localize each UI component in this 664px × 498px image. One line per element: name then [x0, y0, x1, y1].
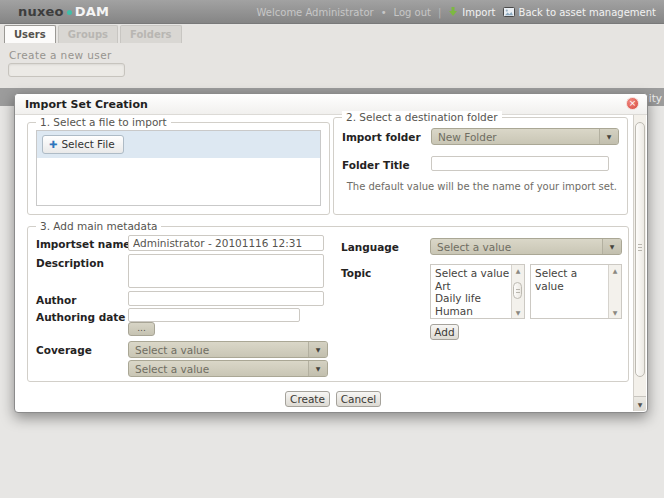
- create-button[interactable]: Create: [285, 391, 330, 407]
- topic-selected-listbox[interactable]: Select a value ▲ ▼: [530, 264, 622, 319]
- scroll-down-icon[interactable]: ▼: [609, 307, 621, 318]
- app-logo: nuxeoDAM: [18, 4, 109, 19]
- coverage-label: Coverage: [36, 344, 92, 356]
- description-label: Description: [36, 257, 104, 269]
- topic-selected-option[interactable]: Select a value: [535, 267, 608, 292]
- create-user-search-input[interactable]: [8, 63, 125, 77]
- topic-label: Topic: [341, 267, 371, 279]
- scroll-down-icon[interactable]: ▼: [634, 396, 646, 411]
- folder-title-label: Folder Title: [342, 159, 410, 171]
- tab-folders[interactable]: Folders: [120, 25, 182, 43]
- import-folder-dropdown[interactable]: New Folder ▼: [431, 128, 619, 145]
- topic-option[interactable]: Select a value: [435, 267, 511, 280]
- logo-brand: nuxeo: [18, 4, 64, 19]
- destination-folder-legend: 2. Select a destination folder: [342, 111, 502, 123]
- create-user-title: Create a new user: [9, 49, 112, 61]
- coverage-value-1: Select a value: [129, 342, 308, 357]
- language-label: Language: [341, 241, 399, 253]
- language-value: Select a value: [431, 239, 602, 254]
- import-folder-label: Import folder: [342, 131, 421, 143]
- author-label: Author: [36, 294, 77, 306]
- date-picker-button[interactable]: ...: [128, 322, 155, 336]
- folder-title-hint: The default value will be the name of yo…: [342, 181, 617, 192]
- bullet-separator: •: [381, 7, 387, 18]
- asset-image-icon: [503, 7, 515, 17]
- back-link-label: Back to asset management: [519, 7, 656, 18]
- logout-link[interactable]: Log out: [394, 7, 431, 18]
- close-icon[interactable]: ×: [626, 97, 639, 110]
- dialog-scroll-thumb[interactable]: [635, 122, 645, 377]
- logo-product: DAM: [75, 4, 109, 19]
- topic-option[interactable]: Art: [435, 280, 511, 293]
- importset-name-label: Importset name: [36, 238, 130, 250]
- scroll-thumb[interactable]: [513, 282, 522, 299]
- select-file-label: Select File: [61, 138, 114, 150]
- divider: |: [438, 7, 441, 18]
- importset-name-input[interactable]: [128, 235, 324, 251]
- file-import-legend: 1. Select a file to import: [36, 116, 171, 128]
- topic-option[interactable]: Daily life: [435, 292, 511, 305]
- coverage-dropdown-1[interactable]: Select a value ▼: [128, 341, 328, 358]
- authoring-date-input[interactable]: [128, 308, 300, 322]
- topic-selected-scrollbar[interactable]: ▲ ▼: [608, 265, 621, 318]
- destination-folder-section: 2. Select a destination folder Import fo…: [333, 117, 628, 215]
- back-to-asset-management-link[interactable]: Back to asset management: [503, 7, 656, 18]
- select-file-button[interactable]: ✚ Select File: [42, 135, 124, 154]
- topic-available-listbox[interactable]: Select a value Art Daily life Human scie…: [430, 264, 525, 319]
- folder-title-input[interactable]: [431, 156, 609, 171]
- language-dropdown[interactable]: Select a value ▼: [430, 238, 622, 255]
- scroll-up-icon[interactable]: ▲: [609, 265, 621, 276]
- chevron-down-icon[interactable]: ▼: [308, 361, 327, 376]
- tab-users[interactable]: Users: [4, 25, 56, 43]
- authoring-date-label: Authoring date: [36, 311, 125, 323]
- file-drop-area: ✚ Select File: [36, 130, 321, 206]
- scroll-up-icon[interactable]: ▲: [512, 265, 524, 276]
- plus-icon: ✚: [49, 139, 57, 150]
- file-import-section: 1. Select a file to import ✚ Select File: [27, 122, 330, 215]
- sub-header: Users Groups Folders Create a new user: [0, 25, 664, 88]
- chevron-down-icon[interactable]: ▼: [308, 342, 327, 357]
- add-topic-button[interactable]: Add: [430, 324, 459, 340]
- import-arrow-icon: [448, 7, 458, 17]
- tab-groups[interactable]: Groups: [58, 25, 118, 43]
- topbar-links: Welcome Administrator • Log out | Import…: [257, 0, 656, 24]
- import-folder-value: New Folder: [432, 129, 599, 144]
- coverage-value-2: Select a value: [129, 361, 308, 376]
- logo-dot-icon: [67, 10, 72, 15]
- topic-option[interactable]: Human science: [435, 305, 511, 319]
- topic-available-items: Select a value Art Daily life Human scie…: [431, 265, 511, 318]
- metadata-section: 3. Add main metadata Importset name Desc…: [27, 226, 629, 382]
- coverage-dropdown-2[interactable]: Select a value ▼: [128, 360, 328, 377]
- chevron-down-icon[interactable]: ▼: [602, 239, 621, 254]
- metadata-legend: 3. Add main metadata: [36, 220, 161, 232]
- top-bar: nuxeoDAM Welcome Administrator • Log out…: [0, 0, 664, 24]
- welcome-text: Welcome Administrator: [257, 7, 374, 18]
- import-link-label: Import: [462, 7, 495, 18]
- topic-selected-items: Select a value: [531, 265, 608, 318]
- scroll-grip-icon: [638, 244, 642, 252]
- cancel-button[interactable]: Cancel: [336, 391, 381, 407]
- topic-available-scrollbar[interactable]: ▲ ▼: [511, 265, 524, 318]
- dialog-title: Import Set Creation: [15, 94, 647, 115]
- import-set-creation-dialog: Import Set Creation × 1. Select a file t…: [14, 93, 648, 413]
- dialog-scrollbar[interactable]: ▼: [633, 115, 646, 411]
- tab-bar: Users Groups Folders: [4, 25, 182, 43]
- author-input[interactable]: [128, 291, 324, 306]
- import-link[interactable]: Import: [448, 7, 495, 18]
- chevron-down-icon[interactable]: ▼: [599, 129, 618, 144]
- description-textarea[interactable]: [128, 254, 324, 288]
- scroll-down-icon[interactable]: ▼: [512, 307, 524, 318]
- screen: nuxeoDAM Welcome Administrator • Log out…: [0, 0, 664, 498]
